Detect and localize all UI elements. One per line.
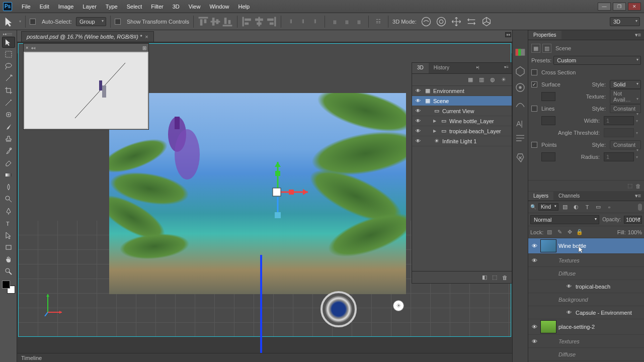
tab-properties[interactable]: Properties xyxy=(528,31,561,39)
points-color-swatch[interactable] xyxy=(541,152,555,161)
layer-place-setting[interactable]: 👁 place-setting-2 xyxy=(528,319,644,335)
trash-icon[interactable]: 🗑 xyxy=(635,183,641,189)
color-swatches[interactable] xyxy=(2,281,15,294)
path-select-tool[interactable] xyxy=(2,230,15,241)
filter-type-icon[interactable]: T xyxy=(583,203,592,212)
cross-section-checkbox[interactable] xyxy=(531,69,537,75)
auto-align-icon[interactable]: ☷ xyxy=(373,16,384,27)
lock-position-icon[interactable]: ✥ xyxy=(566,228,574,236)
history-brush-tool[interactable] xyxy=(2,145,15,156)
distribute-vcenter-icon[interactable]: ⫴ xyxy=(297,16,308,27)
filter-material-icon[interactable]: ◍ xyxy=(489,76,497,84)
layer-diffuse[interactable]: Diffuse xyxy=(528,267,644,280)
layer-capsule-env[interactable]: 👁Capsule - Environment xyxy=(528,306,644,319)
maximize-button[interactable]: ❐ xyxy=(613,3,626,11)
visibility-icon[interactable]: 👁 xyxy=(530,243,538,249)
timeline-panel-tab[interactable]: Timeline xyxy=(17,353,512,362)
menu-layer[interactable]: Layer xyxy=(78,2,101,12)
distribute-hcenter-icon[interactable]: ⫼ xyxy=(341,16,352,27)
3d-roll-icon[interactable] xyxy=(436,16,447,27)
stamp-tool[interactable] xyxy=(2,133,15,144)
filter-smart-icon[interactable]: ▫ xyxy=(605,203,614,212)
visibility-icon[interactable]: 👁 xyxy=(530,338,538,344)
layers-menu-icon[interactable]: ▾≡ xyxy=(632,193,644,199)
visibility-icon[interactable]: 👁 xyxy=(530,324,538,330)
dodge-tool[interactable] xyxy=(2,194,15,205)
distribute-left-icon[interactable]: ⫼ xyxy=(329,16,340,27)
auto-select-dropdown[interactable]: Group xyxy=(76,17,106,26)
marquee-tool[interactable] xyxy=(2,49,15,60)
dock-adjustments-icon[interactable] xyxy=(514,81,526,94)
layer-textures-group-2[interactable]: 👁Textures xyxy=(528,335,644,348)
dock-character-icon[interactable]: A| xyxy=(514,117,526,129)
align-left-icon[interactable] xyxy=(242,16,253,27)
presets-dropdown[interactable]: Custom xyxy=(553,56,641,65)
3d-view-dropdown[interactable]: 3D xyxy=(610,17,640,26)
render-settings-icon[interactable]: ⬚ xyxy=(627,183,632,189)
layer-wine-bottle[interactable]: 👁 Wine bottle xyxy=(528,238,644,254)
type-tool[interactable]: T xyxy=(2,218,15,229)
delete-icon[interactable]: 🗑 xyxy=(502,275,508,281)
light-control-icon[interactable]: ☀ xyxy=(393,300,404,311)
3d-slide-icon[interactable] xyxy=(466,16,477,27)
lines-style-dropdown[interactable]: Constant xyxy=(610,104,641,113)
distribute-bottom-icon[interactable]: ⫴ xyxy=(309,16,320,27)
menu-type[interactable]: Type xyxy=(101,2,122,12)
wine-bottle-3d[interactable] xyxy=(165,114,205,200)
visibility-icon[interactable]: 👁 xyxy=(414,128,422,134)
tab-3d[interactable]: 3D xyxy=(412,63,429,73)
document-tab[interactable]: postcard.psd @ 16.7% (Wine bottle, RGB/8… xyxy=(21,31,154,42)
render-icon[interactable]: ⬚ xyxy=(492,274,497,281)
navigator-back-icon[interactable]: ↤ xyxy=(31,45,35,51)
scene-item-current-view[interactable]: 👁▭Current View xyxy=(412,106,512,116)
navigator-preview[interactable] xyxy=(25,53,147,128)
visibility-icon[interactable]: 👁 xyxy=(414,138,422,144)
scene-item-scene[interactable]: 👁▦Scene xyxy=(412,96,512,106)
menu-view[interactable]: View xyxy=(184,2,205,12)
rectangle-tool[interactable] xyxy=(2,242,15,253)
dock-color-icon[interactable] xyxy=(514,46,526,58)
align-hcenter-icon[interactable] xyxy=(254,16,265,27)
world-axis-icon[interactable] xyxy=(44,291,64,316)
collapse-right-icon[interactable]: ◂◂ xyxy=(505,32,511,37)
filter-toggle[interactable] xyxy=(638,204,642,211)
3d-rotate-icon[interactable] xyxy=(421,16,432,27)
layer-thumbnail[interactable] xyxy=(540,239,556,252)
layer-tropical-beach[interactable]: 👁tropical-beach xyxy=(528,280,644,293)
brush-tool[interactable] xyxy=(2,121,15,132)
visibility-icon[interactable]: 👁 xyxy=(414,108,422,114)
move-tool[interactable] xyxy=(2,37,15,48)
3d-drag-icon[interactable] xyxy=(451,16,462,27)
visibility-icon[interactable]: 👁 xyxy=(414,88,422,94)
filter-shape-icon[interactable]: ▭ xyxy=(594,203,603,212)
lines-color-swatch[interactable] xyxy=(541,116,555,125)
filter-light-icon[interactable]: ☀ xyxy=(500,76,508,84)
surface-style-dropdown[interactable]: Solid xyxy=(610,80,641,89)
close-tab-icon[interactable]: × xyxy=(145,34,148,40)
navigator-panel[interactable]: × ↤ ⊞ xyxy=(23,43,149,130)
menu-file[interactable]: File xyxy=(17,2,35,12)
zoom-tool[interactable] xyxy=(2,266,15,277)
visibility-icon[interactable]: 👁 xyxy=(414,98,422,104)
scene-item-tropical-beach[interactable]: 👁▶▭tropical-beach_Layer xyxy=(412,126,512,136)
blur-tool[interactable] xyxy=(2,182,15,193)
minimize-button[interactable]: — xyxy=(598,3,611,11)
lines-checkbox[interactable] xyxy=(531,106,537,112)
navigator-close-icon[interactable]: × xyxy=(26,45,28,50)
new-light-icon[interactable]: ◧ xyxy=(482,274,487,281)
scene-item-infinite-light[interactable]: 👁☀Infinite Light 1 xyxy=(412,136,512,146)
align-right-icon[interactable] xyxy=(266,16,277,27)
menu-image[interactable]: Image xyxy=(54,2,78,12)
align-top-icon[interactable] xyxy=(198,16,209,27)
points-style-dropdown[interactable]: Constant xyxy=(610,140,641,149)
radius-input[interactable]: 1 xyxy=(604,152,634,161)
menu-3d[interactable]: 3D xyxy=(168,2,184,12)
visibility-icon[interactable]: 👁 xyxy=(567,310,573,315)
properties-menu-icon[interactable]: ▾≡ xyxy=(632,32,644,38)
layer-background-group[interactable]: Background xyxy=(528,293,644,306)
panel-collapse-icon[interactable]: ▸| xyxy=(473,63,482,73)
gradient-tool[interactable] xyxy=(2,169,15,180)
dock-paragraph-icon[interactable] xyxy=(514,133,526,145)
tab-channels[interactable]: Channels xyxy=(553,192,585,200)
panel-menu-icon[interactable]: ▾≡ xyxy=(501,63,512,73)
